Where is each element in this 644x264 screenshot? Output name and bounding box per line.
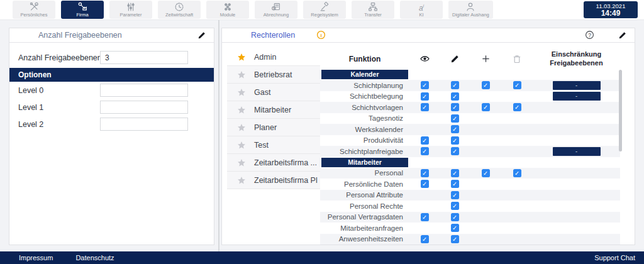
restriction-button[interactable]: - [553, 81, 601, 90]
add-checkbox[interactable]: ✓ [482, 103, 490, 111]
tab-pers-nliches[interactable]: Persönliches [13, 1, 55, 19]
add-plus-icon[interactable] [470, 54, 501, 63]
view-checkbox[interactable]: ✓ [421, 92, 429, 101]
level-input-1[interactable] [100, 101, 188, 114]
support-chat-link[interactable]: Support Chat [594, 254, 635, 261]
edit-checkbox[interactable]: ✓ [451, 235, 459, 243]
function-name: Personal Vertragsdaten [320, 213, 409, 221]
table-scrollbar[interactable] [619, 70, 622, 151]
view-checkbox[interactable]: ✓ [421, 213, 429, 221]
view-checkbox[interactable]: ✓ [421, 169, 429, 177]
edit-pencil-icon[interactable] [618, 31, 627, 40]
anzahl-input[interactable] [100, 51, 188, 64]
star-icon[interactable] [237, 53, 246, 62]
tab-module[interactable]: Module [206, 1, 249, 19]
view-checkbox[interactable]: ✓ [421, 81, 429, 89]
add-checkbox[interactable]: ✓ [482, 169, 490, 177]
tab-digitaler-aushang[interactable]: Digitaler Aushang [448, 1, 493, 19]
role-item-betriebsrat[interactable]: Betriebsrat [227, 66, 320, 84]
impressum-link[interactable]: Impressum [19, 254, 53, 261]
role-item-zeitarbeitsfirma-pl[interactable]: Zeitarbeitsfirma Pl [227, 172, 320, 189]
edit-checkbox[interactable]: ✓ [451, 191, 459, 199]
restriction-button[interactable]: - [553, 92, 601, 101]
tab-label: Persönliches [21, 12, 48, 18]
role-item-planer[interactable]: Planer [227, 119, 320, 136]
tab-firma[interactable]: Firma [61, 1, 104, 19]
edit-checkbox[interactable]: ✓ [451, 81, 459, 89]
edit-checkbox[interactable]: ✓ [451, 103, 459, 111]
delete-permission-cell: ✓ [501, 169, 533, 177]
footer-bar: Impressum Datenschutz Support Chat [0, 251, 644, 264]
edit-checkbox[interactable]: ✓ [451, 92, 459, 101]
function-name: Persönliche Daten [320, 180, 409, 188]
add-checkbox[interactable]: ✓ [482, 81, 490, 89]
star-icon[interactable] [237, 158, 246, 167]
role-item-zeitarbeitsfirma[interactable]: Zeitarbeitsfirma ... [227, 154, 320, 172]
restriction-column-header: Einschränkung Freigabeebenen [533, 50, 620, 67]
delete-checkbox[interactable]: ✓ [513, 81, 521, 89]
view-eye-icon[interactable] [409, 53, 440, 64]
tab-abrechnung[interactable]: $ Abrechnung [255, 1, 297, 19]
star-icon[interactable] [237, 88, 246, 97]
restriction-button[interactable]: - [553, 147, 601, 156]
billing-coins-icon: $ [270, 3, 282, 11]
level-input-2[interactable] [100, 118, 188, 131]
role-item-test[interactable]: Test [227, 136, 320, 154]
function-name: Tagesnotiz [320, 114, 409, 122]
tab-transfer[interactable]: Transfer [352, 1, 394, 19]
edit-pencil-icon[interactable] [440, 54, 470, 63]
collapse-chevron-icon[interactable] [18, 32, 26, 40]
transfer-nodes-icon [367, 3, 379, 11]
star-icon[interactable] [237, 106, 246, 114]
function-column-header: Funktion [320, 55, 409, 63]
role-item-mitarbeiter[interactable]: Mitarbeiter [227, 101, 320, 119]
edit-checkbox[interactable]: ✓ [451, 224, 459, 232]
role-label: Mitarbeiter [254, 106, 291, 114]
help-icon[interactable]: ? [585, 30, 594, 40]
datetime-badge[interactable]: 11.03.2021 14:49 [584, 1, 638, 18]
edit-checkbox[interactable]: ✓ [451, 147, 459, 155]
view-checkbox[interactable]: ✓ [421, 136, 429, 145]
delete-trash-icon[interactable] [501, 54, 533, 63]
add-permission-cell: ✓ [470, 103, 501, 111]
info-icon[interactable]: i [316, 30, 326, 40]
edit-checkbox[interactable]: ✓ [451, 213, 459, 221]
svg-text:i: i [320, 33, 321, 38]
datenschutz-link[interactable]: Datenschutz [75, 254, 114, 261]
tab-parameter[interactable]: Parameter [109, 1, 152, 19]
edit-pencil-icon[interactable] [197, 31, 206, 40]
top-toolbar: Persönliches Firma Parameter Zeitwirtsch… [0, 0, 644, 20]
delete-checkbox[interactable]: ✓ [513, 103, 521, 111]
delete-permission-cell: ✓ [501, 81, 533, 89]
edit-checkbox[interactable]: ✓ [451, 136, 459, 145]
function-row-produktivit-t: Produktivität✓✓ [320, 135, 620, 146]
edit-checkbox[interactable]: ✓ [451, 169, 459, 177]
edit-checkbox[interactable]: ✓ [451, 125, 459, 133]
function-name: Werkskalender [320, 126, 409, 133]
edit-checkbox[interactable]: ✓ [451, 180, 459, 188]
tab-zeitwirtschaft[interactable]: Zeitwirtschaft [158, 1, 201, 19]
person-icon [465, 3, 476, 11]
star-icon[interactable] [237, 141, 246, 150]
view-checkbox[interactable]: ✓ [421, 235, 429, 243]
level-input-0[interactable] [100, 84, 188, 97]
role-label: Zeitarbeitsfirma ... [254, 158, 317, 167]
star-icon[interactable] [237, 123, 246, 132]
edit-checkbox[interactable]: ✓ [451, 114, 459, 123]
restriction-cell: - [533, 81, 620, 90]
tab-label: Firma [76, 12, 88, 18]
view-checkbox[interactable]: ✓ [421, 180, 429, 188]
role-label: Admin [254, 53, 276, 62]
restriction-cell: - [533, 147, 620, 156]
view-checkbox[interactable]: ✓ [421, 147, 429, 155]
edit-checkbox[interactable]: ✓ [451, 202, 459, 210]
role-item-gast[interactable]: Gast [227, 84, 320, 101]
star-icon[interactable] [237, 176, 246, 185]
star-icon[interactable] [237, 70, 246, 79]
tab-regelsystem[interactable]: Regelsystem [303, 1, 346, 19]
tab-ki[interactable]: ai KI [400, 1, 443, 19]
view-checkbox[interactable]: ✓ [421, 103, 429, 111]
role-item-admin[interactable]: Admin [227, 48, 320, 66]
delete-checkbox[interactable]: ✓ [513, 169, 521, 177]
collapse-chevron-icon[interactable] [230, 32, 238, 40]
